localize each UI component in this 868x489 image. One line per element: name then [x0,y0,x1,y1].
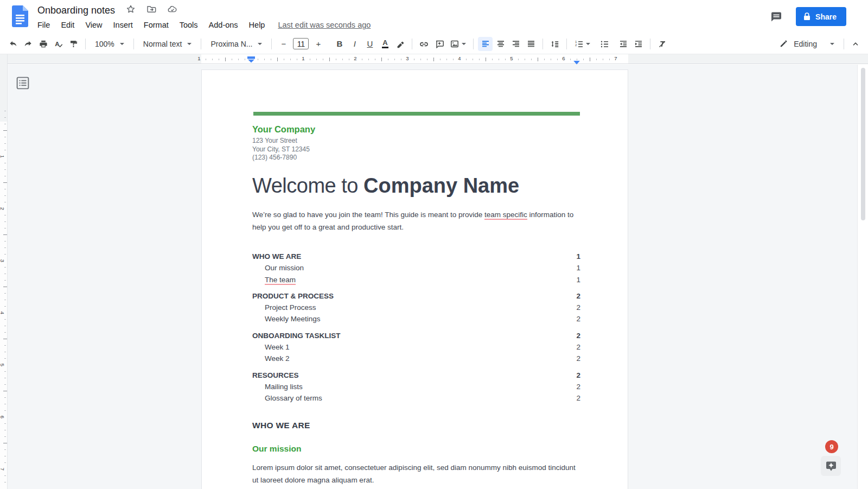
menu-item-insert[interactable]: Insert [108,19,138,31]
clear-formatting-button[interactable] [655,37,669,51]
underline-button[interactable]: U [362,37,377,51]
toc-row: The team1 [252,274,580,285]
insert-image-button[interactable] [447,37,469,51]
horizontal-ruler[interactable]: 11234567 [0,54,868,64]
text-color-button[interactable]: A [378,37,392,51]
document-title[interactable]: Onboarding notes [37,5,115,16]
paragraph-style-select[interactable]: Normal text [138,37,197,51]
align-center-icon [496,39,506,49]
toc-entry-page: 2 [576,370,580,381]
toc-entry-page: 2 [576,392,580,404]
increase-font-size-button[interactable]: + [311,37,326,51]
paint-format-button[interactable] [66,37,81,51]
toc-entry-page: 1 [576,251,580,262]
spell-check-button[interactable]: A [51,37,66,51]
highlight-color-button[interactable] [393,37,407,51]
align-right-icon [511,39,521,49]
ruler-inch-label: 1 [0,155,5,158]
decrease-indent-icon [618,39,628,49]
toc-entry-label: Glossary of terms [252,392,576,404]
print-button[interactable] [36,37,50,51]
toc-row: Mailing lists2 [252,381,580,392]
justify-button[interactable] [524,37,538,51]
toc-row: Glossary of terms2 [252,392,580,404]
document-page[interactable]: Your Company 123 Your Street Your City, … [201,69,628,489]
body-paragraph: Lorem ipsum dolor sit amet, consectetuer… [252,462,581,486]
align-right-button[interactable] [508,37,523,51]
toc-row: Project Process2 [252,302,580,313]
open-comments-button[interactable] [768,9,784,25]
share-button-label: Share [815,12,837,21]
menu-item-help[interactable]: Help [244,19,271,31]
scrollbar-thumb[interactable] [861,68,865,220]
toc-entry-page: 1 [576,274,580,285]
menu-item-edit[interactable]: Edit [55,19,80,31]
font-select[interactable]: Proxima N... [206,37,267,51]
document-canvas: Your Company 123 Your Street Your City, … [0,65,868,489]
toc-entry-page: 2 [576,290,580,302]
menu-item-view[interactable]: View [80,19,107,31]
numbered-list-button[interactable]: 1 2 [571,37,593,51]
line-spacing-button[interactable] [547,37,562,51]
bulleted-list-button[interactable] [593,37,615,51]
google-docs-logo-icon[interactable] [12,5,28,29]
left-indent-marker[interactable] [247,55,255,65]
decrease-font-size-button[interactable]: − [276,37,291,51]
lock-icon [803,12,810,21]
align-left-button[interactable] [478,37,493,51]
chevron-down-icon [462,43,466,45]
italic-button[interactable]: I [347,37,362,51]
toolbar-separator [271,39,272,49]
editing-mode-select[interactable]: Editing [774,36,840,51]
toc-row: Our mission1 [252,262,580,274]
app-header: Onboarding notes FileEd [0,0,868,34]
align-center-button[interactable] [493,37,508,51]
chevron-down-icon [187,43,192,45]
font-size-input[interactable]: 11 [293,38,309,49]
share-button[interactable]: Share [796,7,846,26]
table-of-contents: WHO WE ARE1Our mission1The team1PRODUCT … [252,251,580,404]
toolbar-separator [133,39,134,49]
menu-item-format[interactable]: Format [138,19,174,31]
add-comment-icon [435,39,444,49]
bold-icon: B [336,39,342,48]
add-comment-button[interactable] [432,37,446,51]
insert-link-button[interactable] [417,37,431,51]
menu-item-file[interactable]: File [32,19,55,31]
notification-count-badge: 9 [825,440,838,453]
last-edit-link[interactable]: Last edit was seconds ago [278,21,371,29]
explore-button[interactable] [821,456,841,476]
ruler-inch-label: 7 [0,468,5,471]
redo-button[interactable] [21,37,35,51]
undo-button[interactable] [5,37,20,51]
decrease-indent-button[interactable] [616,37,630,51]
increase-indent-button[interactable] [631,37,646,51]
toolbar-separator [473,39,474,49]
collapse-toolbar-button[interactable] [848,37,863,51]
menu-item-addons[interactable]: Add-ons [203,19,244,31]
menu-item-tools[interactable]: Tools [174,19,203,31]
spellcheck-flagged-text: The team [265,276,296,285]
ruler-inch-label: 1 [302,55,304,61]
zoom-select[interactable]: 100% [90,37,129,51]
ruler-inch-label: 5 [0,364,5,366]
bold-button[interactable]: B [332,37,347,51]
toc-entry-page: 2 [576,313,580,325]
increase-indent-icon [634,39,643,49]
ruler-inch-label: 2 [354,55,356,61]
svg-text:2: 2 [575,43,577,46]
vertical-ruler[interactable]: 1234567 [0,54,8,489]
show-outline-button[interactable] [16,76,29,90]
ruler-inch-label: 6 [562,55,565,61]
toc-entry-page: 2 [576,302,580,313]
toc-entry-label: Mailing lists [252,381,576,392]
ruler-inch-label: 4 [0,312,5,314]
comment-icon [769,10,782,23]
star-icon[interactable] [126,4,136,16]
letterhead-address: 123 Your Street Your City, ST 12345 (123… [252,137,310,162]
toolbar-separator [542,39,543,49]
spellcheck-flagged-text: team specific [484,211,527,220]
align-left-icon [481,39,490,49]
move-to-folder-icon[interactable] [146,4,156,16]
cloud-saved-icon[interactable] [167,4,177,16]
